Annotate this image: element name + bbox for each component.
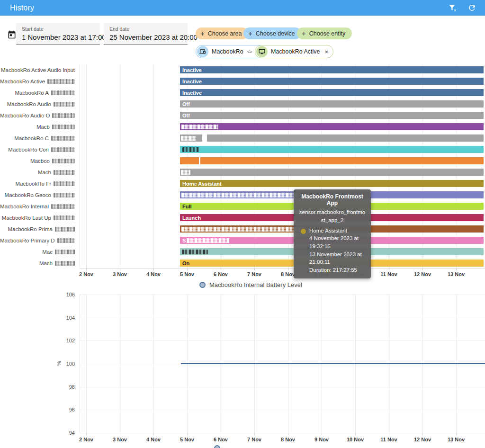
start-date-value: 1 November 2023 at 17:00 <box>22 33 100 41</box>
timeline-bar[interactable] <box>180 169 484 176</box>
entity-label: Macb <box>0 260 75 267</box>
axis-left-line <box>80 295 80 433</box>
gridline-horizontal <box>80 295 485 295</box>
expand-icon[interactable]: <> <box>247 49 252 54</box>
filter-remove-icon[interactable]: x <box>447 2 458 14</box>
x-axis-tick <box>422 433 423 435</box>
timeline-bar[interactable]: Home Assistant <box>180 180 484 187</box>
refresh-icon[interactable] <box>466 2 477 14</box>
x-axis-label: 7 Nov <box>247 437 261 442</box>
start-date-label: Start date <box>22 26 100 32</box>
redacted-text <box>54 181 75 186</box>
x-axis-tick <box>187 433 188 435</box>
entity-label-text: Macboo <box>30 158 50 164</box>
x-axis-line <box>80 268 485 269</box>
x-axis-tick <box>86 268 87 270</box>
entity-label: MacbookRo Internal <box>0 203 75 210</box>
entity-filter-chip[interactable]: MacbookRo Active × <box>255 45 333 58</box>
entity-label: MacbookRo Primary D <box>0 237 75 244</box>
bar-state-label: Home Assistant <box>182 181 222 187</box>
timeline-bar[interactable]: Off <box>180 100 484 108</box>
x-axis-label: 12 Nov <box>414 437 431 442</box>
redacted-bar-text <box>182 250 208 254</box>
bar-state-label: S <box>182 238 186 243</box>
redacted-text <box>54 102 75 107</box>
x-axis-tick <box>389 433 389 435</box>
x-axis-tick <box>389 268 389 270</box>
battery-level-line[interactable] <box>181 363 485 364</box>
plus-icon: + <box>200 29 205 37</box>
x-axis-label: 11 Nov <box>380 271 397 277</box>
entity-label-text: Macb <box>36 124 50 130</box>
entity-label: MacbookRo Con <box>0 146 75 153</box>
x-axis-label: 8 Nov <box>281 437 295 442</box>
redacted-bar-text <box>181 227 304 232</box>
timeline-bar[interactable] <box>180 134 484 142</box>
entity-label-text: MacbookRo Active Audio Input <box>1 67 75 73</box>
redacted-text <box>51 90 75 95</box>
x-axis-tick <box>254 433 255 435</box>
bar-state-label: Off <box>182 101 190 107</box>
end-date-field[interactable]: End date 25 November 2023 at 20:00 <box>104 23 188 45</box>
x-axis-tick <box>187 268 188 270</box>
x-axis-tick <box>355 433 356 435</box>
tooltip-entity-id: sensor.macbookro_frontmost_app_2 <box>298 208 366 224</box>
legend-clipped[interactable] <box>214 445 224 448</box>
entity-label-text: MacbookRo Internal <box>0 204 49 209</box>
x-axis-tick <box>86 433 87 435</box>
choose-area-chip[interactable]: + Choose area <box>196 27 248 39</box>
entity-label-text: MacbookRo C <box>14 135 49 141</box>
timeline-bar[interactable] <box>180 123 484 130</box>
timeline-bar[interactable]: Off <box>180 112 484 119</box>
entity-label: MacbookRo Prima <box>0 225 75 233</box>
entity-label: MacbookRo Active <box>0 78 75 85</box>
choose-entity-chip[interactable]: + Choose entity <box>297 27 352 39</box>
choose-device-chip[interactable]: + Choose device <box>243 27 301 39</box>
bar-state-label: Off <box>182 113 190 118</box>
timeline-bar[interactable]: Inactive <box>180 89 484 96</box>
timeline-bar[interactable] <box>180 146 484 153</box>
entity-label: MacbookRo Last Up <box>0 214 75 221</box>
entity-label: Macb <box>0 123 75 130</box>
plus-icon: + <box>302 29 306 37</box>
timeline-bar[interactable]: Inactive <box>180 78 484 85</box>
bar-state-label: Inactive <box>182 67 202 73</box>
device-filter-label: MacbookRo <box>212 48 243 55</box>
entity-label-text: MacbookRo A <box>15 90 49 96</box>
entity-label-text: MacbookRo Primary D <box>0 238 55 243</box>
x-axis-label: 2 Nov <box>79 437 93 442</box>
redacted-text <box>54 170 75 175</box>
x-axis-tick <box>221 268 221 270</box>
x-axis-tick <box>422 268 423 270</box>
redacted-text <box>51 204 75 209</box>
bar-segment-gap <box>199 157 200 164</box>
redacted-text <box>47 79 75 84</box>
redacted-text <box>55 250 75 254</box>
legend-dot-icon <box>214 445 220 448</box>
choose-entity-label: Choose entity <box>309 30 345 37</box>
redacted-text <box>52 113 75 118</box>
y-axis-label: 102 <box>56 338 75 343</box>
gridline-vertical <box>153 295 154 433</box>
entity-label-text: Macb <box>39 260 53 266</box>
redacted-bar-text <box>182 147 199 152</box>
gridline-horizontal <box>80 410 485 410</box>
hover-tooltip: MacbookRo Frontmost App sensor.macbookro… <box>294 189 371 278</box>
legend-battery-level[interactable]: MacbookRo Internal Battery Level <box>199 281 302 288</box>
timeline-bar[interactable] <box>180 157 484 164</box>
bar-state-label: Inactive <box>182 90 202 96</box>
redacted-text <box>55 261 75 266</box>
redacted-bar-text <box>181 125 218 129</box>
y-axis-label: 96 <box>56 407 75 412</box>
x-axis-label: 7 Nov <box>247 271 261 277</box>
x-axis-tick <box>120 433 120 435</box>
start-date-field[interactable]: Start date 1 November 2023 at 17:00 <box>16 23 100 45</box>
x-axis-label: 3 Nov <box>113 271 127 277</box>
entity-label: MacbookRo Geoco <box>0 191 75 198</box>
redacted-bar-text <box>187 238 229 243</box>
timeline-bar[interactable]: Inactive <box>180 66 484 73</box>
entity-label: MacbookRo Audio <box>0 100 75 108</box>
x-axis-tick <box>120 268 120 270</box>
history-page: History x Start date 1 November 2023 at … <box>0 0 485 448</box>
remove-entity-filter-icon[interactable]: × <box>325 48 329 55</box>
